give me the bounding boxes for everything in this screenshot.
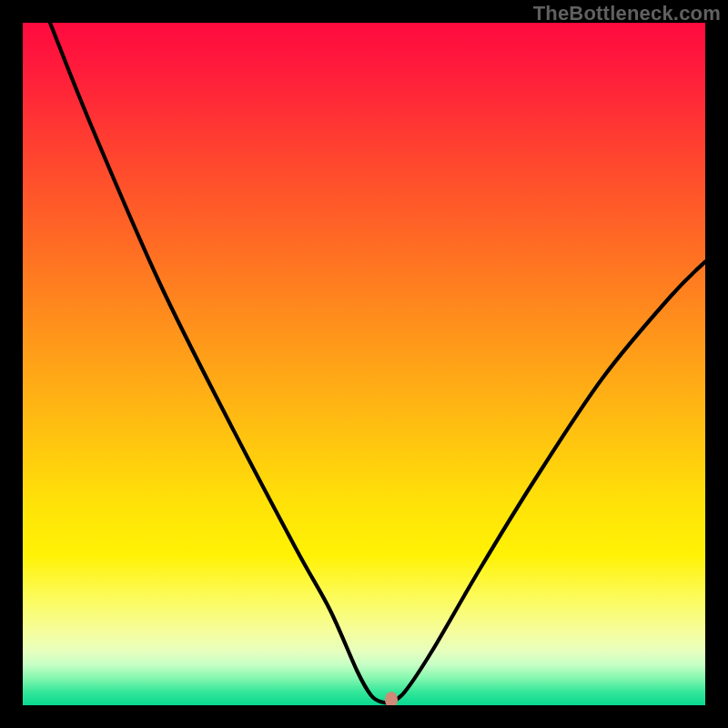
bottleneck-curve bbox=[23, 23, 705, 705]
curve-path bbox=[50, 23, 705, 703]
plot-area bbox=[23, 23, 705, 705]
optimal-point-marker bbox=[385, 692, 398, 705]
chart-frame: TheBottleneck.com bbox=[0, 0, 728, 728]
attribution-watermark: TheBottleneck.com bbox=[533, 2, 721, 25]
